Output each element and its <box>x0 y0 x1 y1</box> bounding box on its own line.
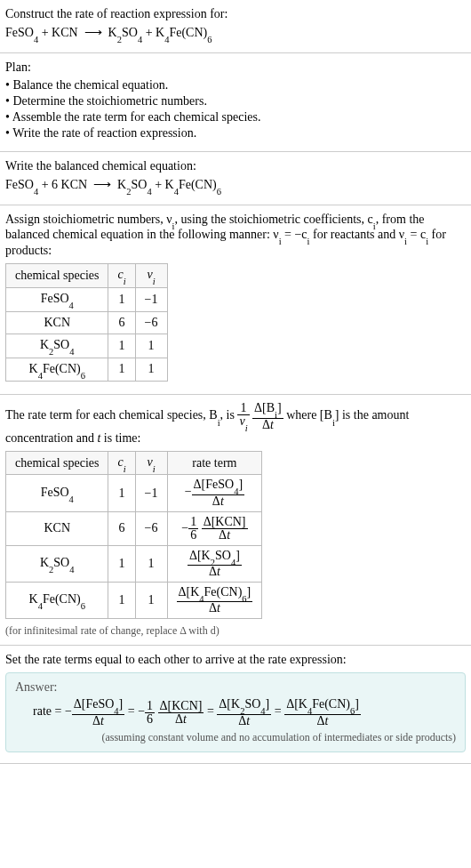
frac-dbi-dt: Δ[Bi]Δt <box>252 402 283 430</box>
table-row: K2SO4 1 1 <box>6 334 168 358</box>
table-row: K4Fe(CN)6 1 1 Δ[K4Fe(CN)6]Δt <box>6 583 262 619</box>
table-row: KCN 6 −6 <box>6 311 168 334</box>
rate-term-cell: Δ[K4Fe(CN)6]Δt <box>167 583 262 619</box>
plan-item: Write the rate of reaction expression. <box>5 126 466 141</box>
plan-heading: Plan: <box>5 60 466 75</box>
plan-list: Balance the chemical equation. Determine… <box>5 78 466 141</box>
species-cell: KCN <box>6 511 108 545</box>
final-section: Set the rate terms equal to each other t… <box>0 646 471 763</box>
rate-term-cell: −Δ[FeSO4]Δt <box>167 475 262 511</box>
rate-term-section: The rate term for each chemical species,… <box>0 395 471 646</box>
table-header-row: chemical species ci νi <box>6 264 168 288</box>
col-species: chemical species <box>6 451 108 475</box>
species-cell: K2SO4 <box>6 545 108 582</box>
species-cell: K4Fe(CN)6 <box>6 358 108 382</box>
delta-note: (for infinitesimal rate of change, repla… <box>5 624 466 638</box>
answer-box: Answer: rate = −Δ[FeSO4]Δt = −16 Δ[KCN]Δ… <box>5 672 466 751</box>
col-vi: νi <box>135 264 167 288</box>
balanced-heading: Write the balanced chemical equation: <box>5 159 466 173</box>
species-cell: KCN <box>6 311 108 334</box>
plan-item: Balance the chemical equation. <box>5 78 466 92</box>
stoich-table: chemical species ci νi FeSO4 1 −1 KCN 6 … <box>5 263 168 382</box>
species-cell: FeSO4 <box>6 475 108 511</box>
rate-expression: rate = −Δ[FeSO4]Δt = −16 Δ[KCN]Δt = Δ[K2… <box>15 698 456 727</box>
frac-one-over-nu: 1νi <box>237 402 249 430</box>
table-row: KCN 6 −6 −16 Δ[KCN]Δt <box>6 511 262 545</box>
plan-section: Plan: Balance the chemical equation. Det… <box>0 53 471 152</box>
prompt-text: Construct the rate of reaction expressio… <box>5 7 466 21</box>
rate-term-cell: Δ[K2SO4]Δt <box>167 545 262 582</box>
balanced-equation: FeSO4 + 6 KCN ⟶ K2SO4 + K4Fe(CN)6 <box>5 177 466 194</box>
table-header-row: chemical species ci νi rate term <box>6 451 262 475</box>
col-vi: νi <box>135 451 167 475</box>
species-cell: K4Fe(CN)6 <box>6 583 108 619</box>
plan-item: Determine the stoichiometric numbers. <box>5 94 466 108</box>
col-rate-term: rate term <box>167 451 262 475</box>
stoich-section: Assign stoichiometric numbers, νi, using… <box>0 205 471 396</box>
stoich-intro: Assign stoichiometric numbers, νi, using… <box>5 213 466 259</box>
plan-item: Assemble the rate term for each chemical… <box>5 110 466 125</box>
species-cell: K2SO4 <box>6 334 108 358</box>
table-row: FeSO4 1 −1 <box>6 287 168 311</box>
balanced-section: Write the balanced chemical equation: Fe… <box>0 152 471 205</box>
table-row: FeSO4 1 −1 −Δ[FeSO4]Δt <box>6 475 262 511</box>
table-row: K2SO4 1 1 Δ[K2SO4]Δt <box>6 545 262 582</box>
unbalanced-equation: FeSO4 + KCN ⟶ K2SO4 + K4Fe(CN)6 <box>5 25 466 42</box>
col-ci: ci <box>108 451 135 475</box>
rate-term-intro: The rate term for each chemical species,… <box>5 402 466 445</box>
rate-term-table: chemical species ci νi rate term FeSO4 1… <box>5 451 262 620</box>
col-species: chemical species <box>6 264 108 288</box>
table-row: K4Fe(CN)6 1 1 <box>6 358 168 382</box>
rate-term-cell: −16 Δ[KCN]Δt <box>167 511 262 545</box>
col-ci: ci <box>108 264 135 288</box>
final-heading: Set the rate terms equal to each other t… <box>5 653 466 667</box>
prompt-section: Construct the rate of reaction expressio… <box>0 0 471 53</box>
answer-label: Answer: <box>15 680 456 695</box>
answer-note: (assuming constant volume and no accumul… <box>15 731 456 744</box>
species-cell: FeSO4 <box>6 287 108 311</box>
